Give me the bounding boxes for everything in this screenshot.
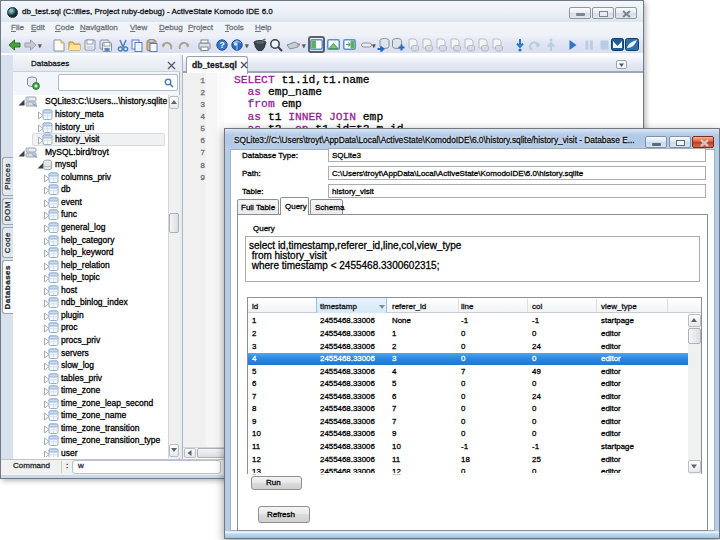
- svg-text:?: ?: [219, 40, 224, 50]
